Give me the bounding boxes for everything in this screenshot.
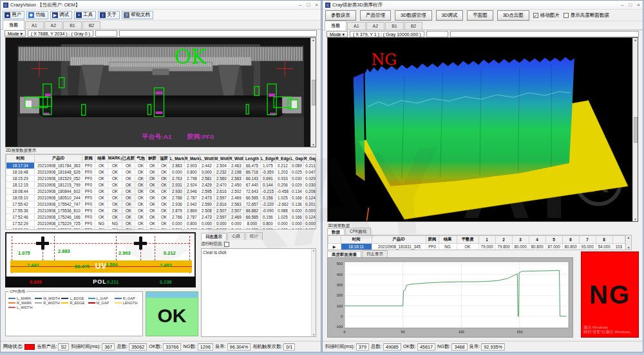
col-header[interactable]: 溢胶 [158,155,170,163]
table-row[interactable]: 18:05:1020210908_180510_244PF0OKOKOKOKOK… [6,195,317,201]
col-header[interactable]: 结果 [439,236,457,244]
tab-A2[interactable]: A2 [44,21,63,29]
menu-help-doc[interactable]: ?帮助文档 [122,11,153,19]
tab-A2[interactable]: A2 [366,22,385,30]
toolbar-button[interactable]: 3D数据管理 [395,10,432,21]
log-tabs: 日志显示心跳统计 [201,232,316,240]
legend-marker [88,298,95,299]
log-tab-心跳[interactable]: 心跳 [227,232,245,240]
left-titlebar[interactable]: C CrazyVision 【当前用户: OEM】 – □ × [1,1,321,10]
checkbox-显示高度断面数据[interactable]: 显示高度断面数据 [564,12,609,19]
3d-measure-table[interactable]: 时间产品ID胶阀结果平整度12345678▶18:16:1120210908_1… [327,235,632,250]
tab-B2[interactable]: B2 [82,21,101,29]
pol-bar: POL 0.089 0.211 0.238 [5,277,196,287]
table-row[interactable]: 17:52:0020210908_175200_756PF0OKOKOKOKOK… [6,227,317,230]
runtime-info-checkbox[interactable] [224,242,229,247]
maximize-icon[interactable]: □ [629,2,632,8]
col-header[interactable]: 2 [495,236,512,244]
toolbar-button[interactable]: 平面图 [467,10,493,21]
tab-B2[interactable]: B2 [404,22,423,30]
tab-B1[interactable]: B1 [385,22,404,30]
2d-measure-table[interactable]: 时间产品ID胶阀结果MARK点已点胶气泡缺胶溢胶L_MarkR_MarkL_Wi… [5,154,316,230]
col-header[interactable]: L_Width [200,155,214,163]
col-header[interactable]: 3 [512,236,529,244]
table-row[interactable]: 17:52:4620210908_175246_166PF0OKOKOKOKOK… [6,214,317,221]
3d-surface-view[interactable]: AY R NG ▲▼ [327,37,638,222]
menu-debug[interactable]: ▶调试 [50,11,72,19]
col-header[interactable]: MARK点 [108,155,122,163]
col-header[interactable]: 气泡 [135,155,147,163]
col-header[interactable]: R_Width [229,155,244,163]
image-vertical-scrollbar[interactable]: ▲▼ [310,38,316,147]
col-header[interactable]: L_Edge [261,155,276,163]
toolbar-button[interactable]: 参数设置 [325,10,356,21]
menu-tools[interactable]: +工具 [74,11,96,19]
col-header[interactable]: M_Width [214,155,229,163]
col-header[interactable]: L_Mark [170,155,185,163]
mode-dropdown[interactable]: Mode ▾ [5,30,26,37]
2d-result-box: OK [146,291,198,336]
checkbox-移动图片[interactable]: ✓移动图片 [533,12,560,19]
menu-user[interactable]: ●用户 [3,11,24,19]
col-header[interactable]: 时间 [341,236,372,244]
col-header[interactable]: 缺胶 [147,155,158,163]
col-header[interactable]: 胶阀 [426,236,439,244]
col-header[interactable]: 结果 [95,155,108,163]
col-header[interactable]: R_Mark [185,155,200,163]
close-icon[interactable]: × [637,2,640,8]
tab-当前[interactable]: 当前 [3,20,24,30]
col-header[interactable]: 已点胶 [122,155,135,163]
3d-vertical-scrollbar[interactable]: ▲▼ [632,38,638,221]
tab-A1[interactable]: A1 [347,22,366,30]
toolbar-button[interactable]: 产品管理 [360,10,391,21]
tab-当前[interactable]: 当前 [325,21,346,30]
right-titlebar[interactable]: C Cray镭射类3D测厚程序 – □ × [323,1,643,10]
table-row[interactable]: 18:15:2920210908_181529_052PF0OKOKOKOKOK… [6,176,317,182]
status-item: 总数:49085 [371,343,401,350]
menu-label: 工具 [83,12,93,18]
col-header[interactable]: 产品ID [35,155,82,163]
col-header[interactable]: 7 [579,236,596,244]
maximize-icon[interactable]: □ [307,2,310,8]
toolbar-button[interactable]: 3D调试 [436,10,464,21]
col-header[interactable]: 产品ID [372,236,426,244]
menu-gear[interactable]: ✱功能 [26,11,48,19]
table-row[interactable]: 18:17:3420210908_181784_363PF0OKOKOKOKOK… [6,163,317,169]
col-header[interactable]: 平整度 [457,236,478,244]
col-header[interactable]: 4 [529,236,545,244]
table-row[interactable]: 18:12:1520210908_181215_799PF0OKOKOKOKOK… [6,182,317,188]
col-header[interactable]: Length [244,155,261,163]
toolbar-button[interactable]: 3D点云图 [497,10,529,21]
col-header[interactable]: R_Edge [276,155,290,163]
svg-text:100: 100 [337,304,343,308]
col-header[interactable]: 时间 [6,155,35,163]
log-scrollbar[interactable]: ▲▼ [311,249,316,336]
log-tab-日志显示[interactable]: 日志显示 [201,233,227,241]
log-tab-统计[interactable]: 统计 [245,232,263,240]
table-row[interactable]: 17:55:3620210908_175536_810PF0OKOKOKOKOK… [6,208,317,214]
2d-image-view[interactable]: OK 平台号:A1 胶阀:PF0 ▲▼ [5,37,316,147]
tab-A1[interactable]: A1 [25,21,44,29]
col-header[interactable]: R_Gap [304,155,317,163]
mode-dropdown[interactable]: Mode ▾ [327,31,348,37]
col-header[interactable]: 5 [545,236,562,244]
minimize-icon[interactable]: – [299,2,301,8]
col-header[interactable]: 6 [562,236,579,244]
tab-B1[interactable]: B1 [63,21,82,29]
mode-field-empty [95,30,117,37]
table-row[interactable]: 17:52:2920210908_175229_725PF0NGNGOKOKOK… [6,221,317,227]
table-row[interactable]: 18:16:4820210908_181648_626PF0OKOKOKOKOK… [6,169,317,176]
table-row[interactable]: 17:55:4220210908_175542_747PF0OKOKOKOKOK… [6,201,317,208]
col-header[interactable]: 1 [478,236,495,244]
col-header[interactable]: 8 [596,236,612,244]
col-header[interactable]: 胶阀 [82,155,95,163]
table-row[interactable]: 18:08:4420210908_180844_602PF0OKOKOKOKOK… [6,188,317,195]
close-icon[interactable]: × [315,2,318,8]
col-header[interactable]: L_Gap [290,155,304,163]
legend-L_GAP: L_GAP [88,296,113,300]
table-row[interactable]: ▶18:16:1120210908_181611_345PF0NGOK79.00… [328,244,625,250]
menu-info[interactable]: i关于 [98,11,120,19]
table-scrollbar[interactable]: ▲▼ [625,235,631,250]
log-textarea[interactable]: Clear is click ▲▼ [201,248,316,337]
minimize-icon[interactable]: – [621,2,623,8]
